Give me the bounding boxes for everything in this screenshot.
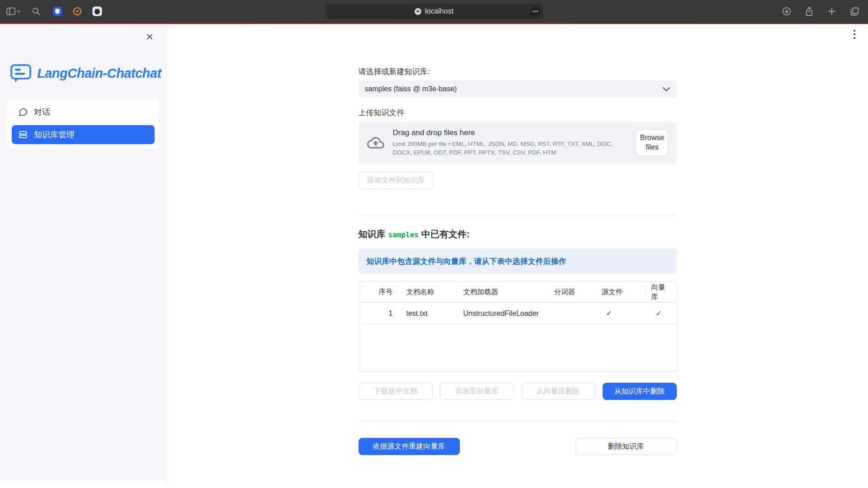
new-tab-icon[interactable]: [825, 5, 839, 18]
sidebar-item-label: 对话: [34, 107, 50, 117]
cell-source-check: ✓: [596, 309, 646, 318]
sidebar-toggle-icon[interactable]: [6, 5, 21, 18]
file-actions-row: 下载选中文档 添加至向量库 从向量库删除 从知识库中删除: [359, 383, 677, 400]
content-column: 请选择或新建知识库: samples (faiss @ m3e-base) 上传…: [359, 24, 677, 455]
record-extension-icon[interactable]: [71, 5, 83, 17]
kb-select-label: 请选择或新建知识库:: [359, 66, 677, 77]
rebuild-vector-store-button[interactable]: 依据源文件重建向量库: [359, 438, 460, 455]
download-selected-button[interactable]: 下载选中文档: [359, 383, 433, 400]
table-header-splitter[interactable]: 分词器: [549, 287, 596, 297]
cloud-upload-icon: [367, 134, 385, 151]
toolbar-left-group: [6, 5, 103, 18]
app-logo-text: LangChain-Chatchat: [37, 66, 161, 81]
shield-extension-icon[interactable]: [52, 5, 63, 17]
cell-index: 1: [359, 310, 401, 318]
chevron-down-icon: [662, 87, 670, 92]
kb-heading-suffix: 中已有文件:: [421, 229, 470, 239]
info-message: 知识库中包含源文件与向量库，请从下表中选择文件后操作: [359, 249, 677, 274]
tab-overview-icon[interactable]: [847, 5, 862, 18]
uploader-limit-text: Limit 200MB per file • EML, HTML, JSON, …: [392, 140, 627, 157]
sidebar-bottom-strip: [0, 481, 166, 488]
sidebar-item-dialogue[interactable]: 对话: [12, 103, 155, 122]
search-icon[interactable]: [29, 5, 43, 18]
divider: [359, 214, 677, 215]
kb-name-code: samples: [388, 230, 419, 239]
browser-toolbar: localhost •••: [0, 0, 868, 23]
table-header-source[interactable]: 源文件: [596, 287, 646, 297]
sidebar-nav: 对话 知识库管理: [7, 98, 159, 149]
table-header-vector[interactable]: 向量库: [646, 283, 676, 302]
cell-file-name: test.txt: [401, 310, 458, 318]
add-to-vector-button[interactable]: 添加至向量库: [440, 383, 514, 400]
divider: [359, 421, 677, 422]
kb-heading-prefix: 知识库: [359, 229, 386, 239]
uploader-texts: Drag and drop files here Limit 200MB per…: [392, 128, 627, 157]
remove-from-vector-button[interactable]: 从向量库删除: [521, 383, 595, 400]
app-menu-icon[interactable]: [848, 28, 861, 41]
files-table: 序号 文档名称 文档加载器 分词器 源文件 向量库 1 test.txt Uns…: [359, 282, 677, 372]
table-header-index[interactable]: 序号: [359, 287, 401, 297]
kb-select[interactable]: samples (faiss @ m3e-base): [359, 80, 677, 98]
table-header-name[interactable]: 文档名称: [401, 287, 458, 297]
kb-files-heading: 知识库samples中已有文件:: [359, 228, 677, 240]
delete-from-kb-button[interactable]: 从知识库中删除: [603, 383, 677, 400]
app-logo: LangChain-Chatchat: [10, 64, 166, 83]
github-extension-icon[interactable]: [91, 5, 103, 17]
table-header-loader[interactable]: 文档加载器: [458, 287, 549, 297]
kb-actions-row: 依据源文件重建向量库 删除知识库: [359, 438, 677, 455]
streamlit-decoration-bar: [0, 23, 868, 24]
main-area: 请选择或新建知识库: samples (faiss @ m3e-base) 上传…: [167, 24, 868, 488]
address-bar[interactable]: localhost •••: [325, 4, 543, 19]
chat-bubble-icon: [18, 107, 28, 117]
sidebar-item-knowledge-base[interactable]: 知识库管理: [12, 125, 155, 144]
knowledge-base-icon: [18, 130, 28, 140]
info-message-text: 知识库中包含源文件与向量库，请从下表中选择文件后操作: [367, 256, 566, 267]
delete-knowledge-base-button[interactable]: 删除知识库: [576, 438, 677, 455]
sidebar-close-icon[interactable]: ✕: [143, 30, 156, 44]
uploader-title: Drag and drop files here: [392, 128, 627, 137]
file-uploader-dropzone[interactable]: Drag and drop files here Limit 200MB per…: [359, 122, 677, 164]
browse-files-button[interactable]: Browse files: [636, 129, 668, 156]
sidebar-item-label: 知识库管理: [34, 129, 75, 140]
kb-select-value: samples (faiss @ m3e-base): [365, 85, 457, 93]
address-url: localhost: [425, 7, 453, 15]
toolbar-right-group: [779, 5, 862, 18]
logo-chat-icon: [10, 64, 32, 83]
cell-loader: UnstructuredFileLoader: [458, 310, 549, 318]
address-extensions-badge[interactable]: •••: [530, 6, 541, 17]
table-row[interactable]: 1 test.txt UnstructuredFileLoader ✓ ✓: [359, 303, 676, 324]
add-files-button[interactable]: 添加文件到知识库: [359, 172, 434, 189]
upload-label: 上传知识文件: [359, 108, 677, 118]
share-icon[interactable]: [802, 5, 816, 18]
sidebar: ✕ LangChain-Chatchat 对话 知识库管理: [0, 24, 167, 488]
table-header-row: 序号 文档名称 文档加载器 分词器 源文件 向量库: [359, 282, 676, 303]
cell-vector-check: ✓: [646, 309, 676, 318]
downloads-icon[interactable]: [779, 5, 794, 18]
table-empty-area: [359, 324, 676, 371]
site-favicon: [415, 8, 421, 15]
